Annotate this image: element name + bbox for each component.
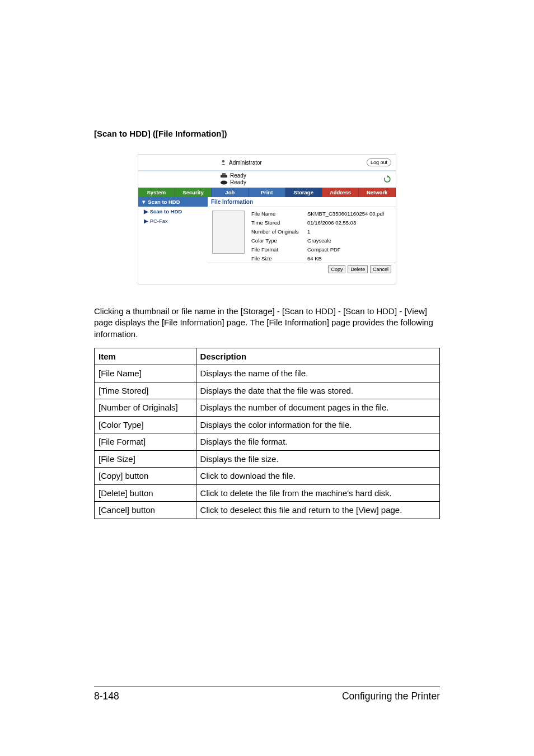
label-file-name: File Name bbox=[251, 211, 307, 217]
logout-button[interactable]: Log out bbox=[367, 158, 391, 166]
admin-icon bbox=[220, 159, 227, 166]
screenshot-sidebar: ▼ Scan to HDD ▶ Scan to HDD ▶ PC-Fax bbox=[138, 197, 208, 284]
file-info-grid: File Name SKMBT_C350601160254 00.pdf Tim… bbox=[251, 211, 391, 262]
value-file-size: 64 KB bbox=[307, 255, 391, 262]
table-cell-item: [Time Stored] bbox=[95, 382, 196, 399]
table-cell-desc: Displays the date that the file was stor… bbox=[196, 382, 439, 399]
table-cell-item: [File Name] bbox=[95, 365, 196, 382]
toner-status: Ready bbox=[220, 179, 246, 185]
info-table: Item Description [File Name] Displays th… bbox=[94, 348, 440, 519]
sidebar-item-pc-fax[interactable]: ▶ PC-Fax bbox=[138, 216, 208, 226]
table-row: [Delete] button Click to delete the file… bbox=[95, 484, 440, 502]
table-row: [Copy] button Click to download the file… bbox=[95, 468, 440, 485]
table-cell-desc: Displays the file format. bbox=[196, 433, 439, 451]
table-row: [File Format] Displays the file format. bbox=[95, 433, 440, 451]
printer-status: Ready bbox=[220, 172, 246, 179]
svg-rect-1 bbox=[221, 175, 227, 178]
table-cell-desc: Displays the name of the file. bbox=[196, 365, 439, 382]
table-row: [File Name] Displays the name of the fil… bbox=[95, 365, 440, 382]
toner-status-text: Ready bbox=[230, 179, 246, 185]
screenshot-main: File Information File Name SKMBT_C350601… bbox=[208, 197, 396, 284]
tab-system[interactable]: System bbox=[138, 188, 175, 197]
table-cell-desc: Click to download the file. bbox=[196, 468, 439, 485]
table-row: [Time Stored] Displays the date that the… bbox=[95, 382, 440, 399]
sidebar-item-scan-to-hdd[interactable]: ▶ Scan to HDD bbox=[138, 207, 208, 216]
main-header: File Information bbox=[208, 197, 396, 207]
table-cell-item: [Number of Originals] bbox=[95, 399, 196, 417]
svg-point-3 bbox=[221, 180, 227, 184]
table-cell-item: [Delete] button bbox=[95, 484, 196, 502]
value-time-stored: 01/16/2006 02:55:03 bbox=[307, 220, 391, 226]
page-number: 8-148 bbox=[94, 690, 119, 702]
toner-icon bbox=[220, 180, 228, 185]
tab-network[interactable]: Network bbox=[359, 188, 396, 197]
admin-text: Administrator bbox=[229, 160, 262, 166]
page-footer: 8-148 Configuring the Printer bbox=[94, 687, 440, 702]
label-file-size: File Size bbox=[251, 255, 307, 262]
table-cell-item: [Color Type] bbox=[95, 416, 196, 433]
table-cell-desc: Displays the file size. bbox=[196, 450, 439, 468]
printer-icon bbox=[220, 173, 228, 179]
sidebar-header-scan[interactable]: ▼ Scan to HDD bbox=[138, 197, 208, 207]
label-color-type: Color Type bbox=[251, 237, 307, 244]
tab-job[interactable]: Job bbox=[212, 188, 249, 197]
label-file-format: File Format bbox=[251, 246, 307, 253]
table-row: [Color Type] Displays the color informat… bbox=[95, 416, 440, 433]
delete-button[interactable]: Delete bbox=[348, 265, 368, 273]
table-cell-desc: Displays the number of document pages in… bbox=[196, 399, 439, 417]
table-row: [File Size] Displays the file size. bbox=[95, 450, 440, 468]
description-paragraph: Clicking a thumbnail or file name in the… bbox=[94, 306, 440, 340]
svg-point-0 bbox=[222, 160, 224, 162]
value-file-name: SKMBT_C350601160254 00.pdf bbox=[307, 211, 391, 217]
value-color-type: Grayscale bbox=[307, 237, 391, 244]
table-row: [Cancel] button Click to deselect this f… bbox=[95, 502, 440, 519]
label-time-stored: Time Stored bbox=[251, 220, 307, 226]
value-file-format: Compact PDF bbox=[307, 246, 391, 253]
screenshot-footer-buttons: Copy Delete Cancel bbox=[208, 263, 396, 277]
table-row: [Number of Originals] Displays the numbe… bbox=[95, 399, 440, 417]
value-num-originals: 1 bbox=[307, 228, 391, 235]
tab-address[interactable]: Address bbox=[322, 188, 359, 197]
screenshot-topbar: Administrator Log out bbox=[138, 155, 396, 171]
cancel-button[interactable]: Cancel bbox=[370, 265, 391, 273]
label-num-originals: Number of Originals bbox=[251, 228, 307, 235]
table-cell-item: [File Format] bbox=[95, 433, 196, 451]
tab-security[interactable]: Security bbox=[175, 188, 212, 197]
copy-button[interactable]: Copy bbox=[328, 265, 345, 273]
table-cell-item: [Cancel] button bbox=[95, 502, 196, 519]
section-heading: [Scan to HDD] ([File Information]) bbox=[94, 129, 440, 138]
footer-divider bbox=[94, 687, 440, 687]
admin-label-group: Administrator bbox=[220, 159, 262, 166]
table-cell-desc: Displays the color information for the f… bbox=[196, 416, 439, 433]
footer-section-title: Configuring the Printer bbox=[342, 690, 440, 702]
embedded-screenshot: Administrator Log out Ready Ready bbox=[138, 154, 396, 284]
table-cell-item: [Copy] button bbox=[95, 468, 196, 485]
table-cell-desc: Click to deselect this file and return t… bbox=[196, 502, 439, 519]
table-cell-desc: Click to delete the file from the machin… bbox=[196, 484, 439, 502]
table-cell-item: [File Size] bbox=[95, 450, 196, 468]
printer-status-text: Ready bbox=[230, 172, 246, 179]
table-header-item: Item bbox=[95, 348, 196, 365]
refresh-icon[interactable] bbox=[383, 175, 391, 183]
tab-print[interactable]: Print bbox=[249, 188, 285, 197]
file-thumbnail[interactable] bbox=[212, 211, 245, 254]
table-header-description: Description bbox=[196, 348, 439, 365]
screenshot-nav-tabs: System Security Job Print Storage Addres… bbox=[138, 188, 396, 197]
tab-storage[interactable]: Storage bbox=[285, 188, 322, 197]
svg-rect-2 bbox=[222, 173, 226, 175]
screenshot-statusbar: Ready Ready bbox=[138, 171, 396, 188]
